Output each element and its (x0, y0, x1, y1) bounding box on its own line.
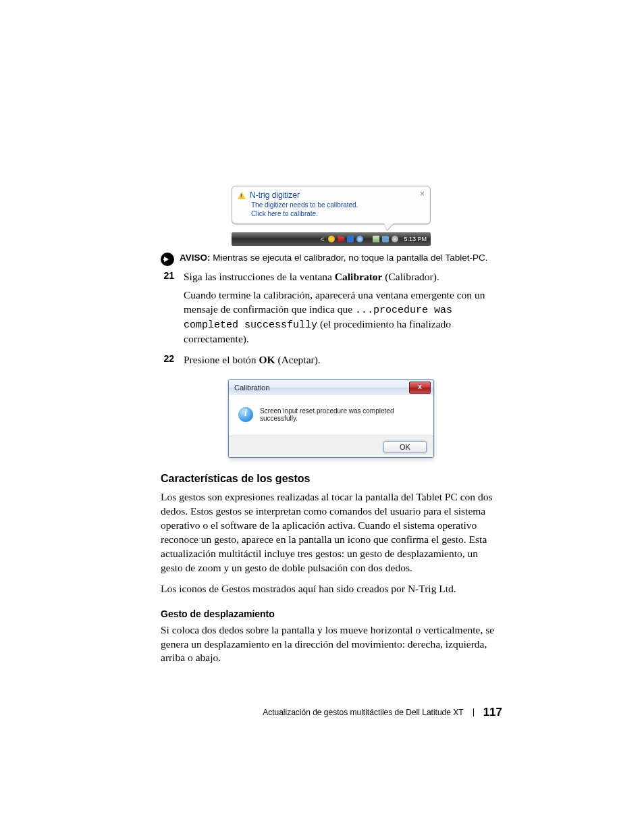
aviso-arrow-icon (161, 253, 174, 266)
page-content: N-trig digitizer The digitizer needs to … (161, 186, 502, 672)
taskbar: < 5:13 PM (232, 232, 431, 246)
aviso-body: Mientras se ejecuta el calibrador, no to… (211, 253, 488, 263)
balloon-line1: The digitizer needs to be calibrated. (251, 201, 358, 209)
para-features: Los gestos son expresiones realizadas al… (161, 490, 502, 575)
dialog-footer: OK (229, 436, 433, 457)
notification-screenshot: N-trig digitizer The digitizer needs to … (232, 186, 431, 246)
ok-button[interactable]: OK (383, 441, 427, 453)
para-icons-credit: Los iconos de Gestos mostrados aquí han … (161, 582, 502, 596)
dialog-body: Screen input reset procedure was complet… (229, 395, 433, 436)
close-icon[interactable]: × (420, 189, 425, 199)
heading-features: Características de los gestos (161, 473, 502, 485)
step-number: 22 (161, 353, 174, 367)
tray-network-icon[interactable] (356, 236, 363, 242)
dialog-close-button[interactable]: x (409, 382, 431, 394)
footer-text: Actualización de gestos multitáctiles de… (263, 708, 464, 717)
dialog-titlebar: Calibration x (229, 380, 433, 395)
balloon-body: The digitizer needs to be calibrated. Cl… (251, 201, 425, 218)
balloon-line2: Click here to calibrate. (251, 210, 318, 217)
aviso-label: AVISO: (180, 253, 211, 263)
balloon-tooltip[interactable]: N-trig digitizer The digitizer needs to … (232, 186, 431, 224)
tray-bluetooth-icon[interactable] (347, 236, 354, 242)
balloon-title: N-trig digitizer (250, 190, 300, 200)
aviso-text: AVISO: Mientras se ejecuta el calibrador… (180, 253, 488, 263)
tray-flag-icon[interactable] (338, 236, 344, 242)
tray-sync-icon[interactable] (382, 236, 389, 242)
info-icon (238, 407, 253, 422)
step-body: Presione el botón OK (Aceptar). (184, 353, 502, 367)
page-footer: Actualización de gestos multitáctiles de… (263, 706, 502, 719)
calibration-dialog-screenshot: Calibration x Screen input reset procedu… (228, 380, 434, 458)
tray-clock[interactable]: 5:13 PM (404, 236, 427, 242)
step-number: 21 (161, 270, 174, 284)
warning-icon (238, 192, 246, 199)
step-21-follow: Cuando termine la calibración, aparecerá… (184, 288, 502, 346)
balloon-tail (384, 224, 394, 230)
footer-separator (473, 708, 474, 716)
page-number: 117 (483, 706, 502, 719)
dialog-message: Screen input reset procedure was complet… (260, 407, 424, 422)
step-21: 21 Siga las instrucciones de la ventana … (161, 270, 502, 284)
step-body: Siga las instrucciones de la ventana Cal… (184, 270, 502, 284)
aviso-note: AVISO: Mientras se ejecuta el calibrador… (161, 253, 502, 266)
dialog-title: Calibration (234, 384, 270, 392)
step-22: 22 Presione el botón OK (Aceptar). (161, 353, 502, 367)
heading-scroll-gesture: Gesto de desplazamiento (161, 608, 502, 619)
tray-battery-icon[interactable] (373, 236, 379, 242)
tray-shield-icon[interactable] (328, 236, 335, 242)
tray-volume-icon[interactable] (392, 236, 398, 242)
calibration-dialog: Calibration x Screen input reset procedu… (228, 380, 434, 458)
para-scroll-gesture: Si coloca dos dedos sobre la pantalla y … (161, 623, 502, 666)
tray-chevron-icon[interactable]: < (321, 236, 325, 243)
